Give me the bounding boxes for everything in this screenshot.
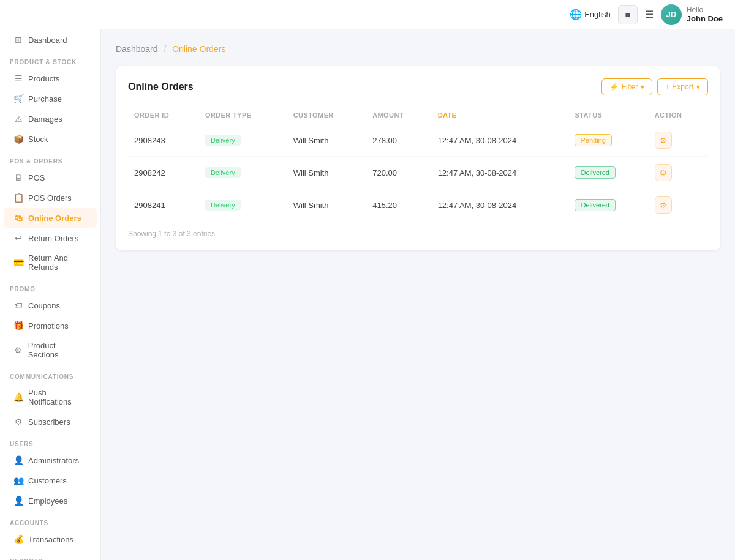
status-badge: Delivered <box>575 199 615 211</box>
sidebar: ⊞ Dashboard Product & Stock ☰ Products 🛒… <box>0 29 101 560</box>
cell-order-type: Delivery <box>199 157 287 189</box>
sidebar-icon-return-orders: ↩ <box>13 233 23 243</box>
export-chevron-icon: ▾ <box>696 83 700 91</box>
user-info: Hello John Doe <box>687 6 723 23</box>
sidebar-item-dashboard[interactable]: ⊞ Dashboard <box>4 30 97 50</box>
sidebar-section-label: Users <box>0 432 100 450</box>
sidebar-item-purchase[interactable]: 🛒 Purchase <box>4 89 97 108</box>
action-button[interactable]: ⚙ <box>655 132 672 149</box>
sidebar-icon-pos: 🖥 <box>13 173 23 182</box>
sidebar-item-customers[interactable]: 👥 Customers <box>4 471 97 490</box>
sidebar-item-promotions[interactable]: 🎁 Promotions <box>4 316 97 335</box>
sidebar-icon-customers: 👥 <box>13 476 23 485</box>
table-footer: Showing 1 to 3 of 3 entries <box>128 230 708 238</box>
col-order-id: ORDER ID <box>128 106 199 124</box>
cell-order-type: Delivery <box>199 124 287 157</box>
table-row: 2908242 Delivery Will Smith 720.00 12:47… <box>128 157 708 189</box>
sidebar-icon-dashboard: ⊞ <box>13 35 23 45</box>
sidebar-label-customers: Customers <box>28 476 67 485</box>
sidebar-section-label: Communications <box>0 365 100 383</box>
sidebar-item-subscribers[interactable]: ⚙ Subscribers <box>4 412 97 431</box>
main-content: Dashboard / Online Orders Online Orders … <box>101 29 735 560</box>
sidebar-section-label: Promo <box>0 277 100 295</box>
language-selector[interactable]: 🌐 English <box>570 9 611 20</box>
sidebar-label-employees: Employees <box>28 496 67 506</box>
sidebar-icon-coupons: 🏷 <box>13 301 23 310</box>
cell-amount: 278.00 <box>366 124 431 157</box>
sidebar-item-pos[interactable]: 🖥 POS <box>4 168 97 187</box>
action-button[interactable]: ⚙ <box>655 196 672 214</box>
order-type-badge: Delivery <box>205 135 241 146</box>
sidebar-icon-online-orders: 🛍 <box>13 213 23 223</box>
sidebar-icon-subscribers: ⚙ <box>13 417 23 427</box>
sidebar-label-products: Products <box>28 74 59 83</box>
sidebar-label-stock: Stock <box>28 135 48 144</box>
sidebar-item-employees[interactable]: 👤 Employees <box>4 491 97 510</box>
sidebar-item-stock[interactable]: 📦 Stock <box>4 129 97 149</box>
order-type-badge: Delivery <box>205 167 241 178</box>
col-action: ACTION <box>649 106 708 124</box>
table-header-row: ORDER ID ORDER TYPE CUSTOMER AMOUNT DATE… <box>128 106 708 124</box>
cell-date: 12:47 AM, 30-08-2024 <box>432 157 569 189</box>
sidebar-item-products[interactable]: ☰ Products <box>4 69 97 88</box>
sidebar-label-push-notifications: Push Notifications <box>28 388 87 406</box>
sidebar-item-administrators[interactable]: 👤 Administrators <box>4 450 97 470</box>
sidebar-label-damages: Damages <box>28 114 62 124</box>
sidebar-item-transactions[interactable]: 💰 Transactions <box>4 529 97 549</box>
sidebar-item-damages[interactable]: ⚠ Damages <box>4 109 97 129</box>
sidebar-icon-promotions: 🎁 <box>13 321 23 330</box>
card-header: Online Orders ⚡ Filter ▾ ↑ Export ▾ <box>128 78 708 95</box>
cell-customer: Will Smith <box>287 124 366 157</box>
sidebar-item-return-refunds[interactable]: 💳 Return And Refunds <box>4 248 97 277</box>
cell-status: Delivered <box>568 157 648 189</box>
action-button[interactable]: ⚙ <box>655 164 672 181</box>
breadcrumb-parent[interactable]: Dashboard <box>116 44 158 54</box>
orders-card: Online Orders ⚡ Filter ▾ ↑ Export ▾ <box>116 66 720 250</box>
export-button[interactable]: ↑ Export ▾ <box>657 78 708 95</box>
sidebar-icon-purchase: 🛒 <box>13 94 23 103</box>
sidebar-item-online-orders[interactable]: 🛍 Online Orders <box>4 208 97 228</box>
cell-action: ⚙ <box>649 189 708 222</box>
sidebar-label-pos: POS <box>28 173 45 182</box>
sidebar-label-dashboard: Dashboard <box>28 35 67 45</box>
theme-toggle-button[interactable]: ■ <box>618 5 638 24</box>
cell-amount: 415.20 <box>366 189 431 222</box>
sidebar-item-return-orders[interactable]: ↩ Return Orders <box>4 228 97 248</box>
cell-order-id: 2908242 <box>128 157 199 189</box>
filter-button[interactable]: ⚡ Filter ▾ <box>601 78 653 95</box>
cell-status: Delivered <box>568 189 648 222</box>
sidebar-label-pos-orders: POS Orders <box>28 193 72 203</box>
sidebar-icon-transactions: 💰 <box>13 534 23 544</box>
cell-action: ⚙ <box>649 157 708 189</box>
cell-order-type: Delivery <box>199 189 287 222</box>
sidebar-icon-push-notifications: 🔔 <box>13 392 23 402</box>
sidebar-label-return-refunds: Return And Refunds <box>28 253 87 272</box>
sidebar-item-push-notifications[interactable]: 🔔 Push Notifications <box>4 383 97 411</box>
cell-amount: 720.00 <box>366 157 431 189</box>
menu-icon[interactable]: ☰ <box>645 9 654 20</box>
sidebar-label-online-orders: Online Orders <box>28 214 81 223</box>
col-date: DATE <box>432 106 569 124</box>
sidebar-icon-administrators: 👤 <box>13 455 23 465</box>
layout: ⊞ Dashboard Product & Stock ☰ Products 🛒… <box>0 29 735 560</box>
language-label: English <box>584 10 611 19</box>
showing-text: Showing 1 to 3 of 3 entries <box>128 230 215 238</box>
filter-chevron-icon: ▾ <box>641 83 644 91</box>
sidebar-label-coupons: Coupons <box>28 301 60 310</box>
cell-date: 12:47 AM, 30-08-2024 <box>432 124 569 157</box>
card-actions: ⚡ Filter ▾ ↑ Export ▾ <box>601 78 708 95</box>
sidebar-item-product-sections[interactable]: ⚙ Product Sections <box>4 336 97 364</box>
breadcrumb-current: Online Orders <box>172 44 225 54</box>
card-title: Online Orders <box>128 81 194 92</box>
user-profile[interactable]: JD Hello John Doe <box>661 4 723 25</box>
avatar: JD <box>661 4 682 25</box>
sidebar-item-pos-orders[interactable]: 📋 POS Orders <box>4 188 97 207</box>
sidebar-icon-damages: ⚠ <box>13 114 23 124</box>
breadcrumb-separator: / <box>164 44 166 54</box>
breadcrumb: Dashboard / Online Orders <box>116 44 720 54</box>
col-order-type: ORDER TYPE <box>199 106 287 124</box>
sidebar-label-transactions: Transactions <box>28 535 74 544</box>
export-icon: ↑ <box>665 83 669 91</box>
sidebar-item-coupons[interactable]: 🏷 Coupons <box>4 296 97 315</box>
cell-customer: Will Smith <box>287 157 366 189</box>
